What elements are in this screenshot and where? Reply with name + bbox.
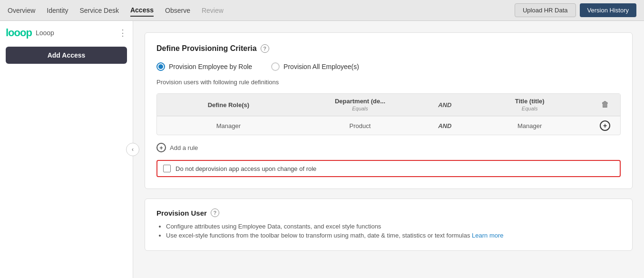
learn-more-link[interactable]: Learn more: [472, 232, 503, 239]
nav-identity[interactable]: Identity: [47, 5, 68, 16]
collapse-sidebar-button[interactable]: ‹: [126, 143, 139, 156]
chevron-left-icon: ‹: [132, 146, 134, 153]
col-header-delete: 🗑: [595, 100, 615, 109]
nav-overview[interactable]: Overview: [8, 5, 35, 16]
radio-provision-by-role[interactable]: Provision Employee by Role: [156, 62, 252, 71]
provision-user-help-icon[interactable]: ?: [211, 208, 219, 217]
rule-table: Define Role(s) Department (de... Equals …: [156, 93, 621, 135]
cell-department: Product: [294, 122, 426, 129]
add-row-icon[interactable]: +: [600, 120, 610, 131]
nav-items: Overview Identity Service Desk Access Ob…: [8, 4, 515, 17]
cell-add-row: +: [595, 120, 615, 131]
define-criteria-help-icon[interactable]: ?: [261, 44, 269, 53]
table-row: Manager Product AND Manager +: [157, 116, 620, 135]
define-criteria-title-text: Define Provisioning Criteria: [156, 44, 257, 53]
col-header-and: AND: [426, 101, 464, 109]
nav-buttons: Upload HR Data Version History: [515, 3, 636, 17]
logo-text: looop: [6, 27, 32, 39]
main-content: Define Provisioning Criteria ? Provision…: [133, 21, 644, 278]
col-header-title: Title (title) Equals: [464, 98, 595, 112]
radio-circle-all-employees: [271, 62, 280, 71]
add-rule-plus-icon: +: [156, 143, 166, 152]
col-header-define-roles: Define Role(s): [163, 101, 294, 109]
provision-user-bullets: Configure attributes using Employee Data…: [156, 223, 621, 239]
delete-header-icon[interactable]: 🗑: [601, 100, 609, 109]
top-nav: Overview Identity Service Desk Access Ob…: [0, 0, 644, 21]
add-rule-label: Add a rule: [170, 144, 198, 151]
version-history-button[interactable]: Version History: [580, 3, 636, 17]
radio-provision-all-employees[interactable]: Provision All Employee(s): [271, 62, 359, 71]
provision-subtitle: Provision users with following rule defi…: [156, 79, 621, 86]
deprovision-checkbox-area: Do not deprovision app access upon chang…: [156, 160, 621, 177]
add-rule-row[interactable]: + Add a rule: [156, 143, 621, 152]
cell-title: Manager: [464, 122, 595, 129]
cell-role: Manager: [163, 122, 294, 129]
nav-access[interactable]: Access: [130, 4, 154, 17]
provision-user-title: Provision User ?: [156, 208, 621, 217]
radio-label-all-employees: Provision All Employee(s): [283, 63, 359, 70]
define-provisioning-criteria-card: Define Provisioning Criteria ? Provision…: [145, 32, 633, 189]
radio-circle-by-role: [156, 62, 165, 71]
col-header-department: Department (de... Equals: [294, 98, 426, 112]
sidebar-menu-icon[interactable]: ⋮: [118, 28, 127, 38]
radio-label-by-role: Provision Employee by Role: [169, 63, 252, 70]
bullet-item-2: Use excel-style functions from the toolb…: [166, 232, 621, 239]
table-header-row: Define Role(s) Department (de... Equals …: [157, 94, 620, 116]
bullet-item-1: Configure attributes using Employee Data…: [166, 223, 621, 230]
deprovision-checkbox-label: Do not deprovision app access upon chang…: [176, 165, 316, 172]
upload-hr-data-button[interactable]: Upload HR Data: [515, 3, 576, 17]
deprovision-checkbox[interactable]: [163, 165, 171, 172]
nav-observe[interactable]: Observe: [165, 5, 190, 16]
app-layout: looop Looop ⋮ Add Access ‹ Define Provis…: [0, 21, 644, 278]
provision-user-section: Provision User ? Configure attributes us…: [145, 199, 633, 251]
add-access-button[interactable]: Add Access: [6, 47, 127, 64]
nav-service-desk[interactable]: Service Desk: [80, 5, 119, 16]
radio-group: Provision Employee by Role Provision All…: [156, 62, 621, 71]
sidebar-header: looop Looop ⋮: [6, 27, 127, 39]
sidebar: looop Looop ⋮ Add Access ‹: [0, 21, 133, 278]
logo: looop: [6, 27, 32, 39]
nav-review: Review: [202, 5, 224, 16]
provision-user-title-text: Provision User: [156, 209, 207, 217]
sidebar-company-name: Looop: [36, 29, 115, 37]
section-title-define-criteria: Define Provisioning Criteria ?: [156, 44, 621, 53]
cell-and: AND: [426, 122, 464, 129]
